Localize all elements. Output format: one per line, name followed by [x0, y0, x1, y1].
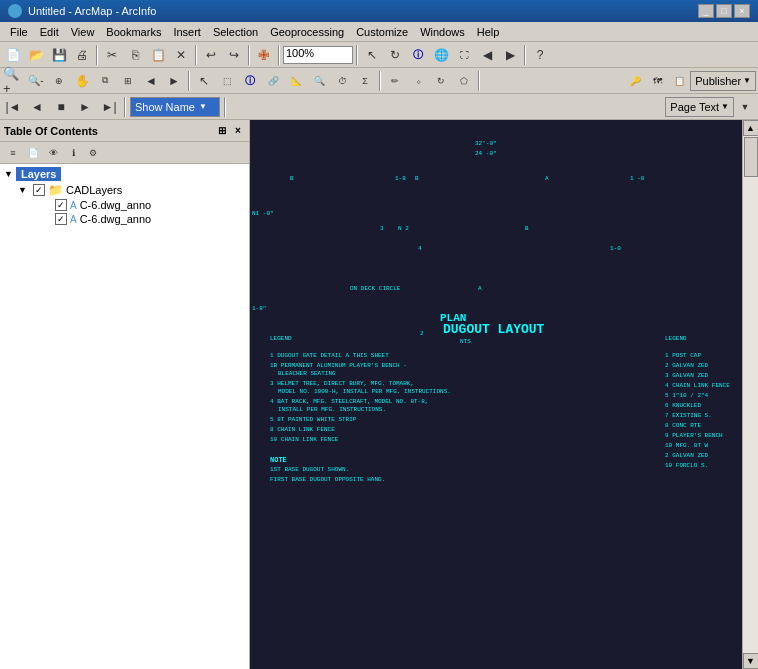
toc-layers-group[interactable]: ▼ Layers [2, 166, 247, 182]
layer-row-2[interactable]: ✓ A C-6.dwg_anno [30, 212, 247, 226]
layer2-checkbox[interactable]: ✓ [55, 213, 67, 225]
print-button[interactable]: 🖨 [71, 44, 93, 66]
paste-button[interactable]: 📋 [147, 44, 169, 66]
zoom-to-layer-button[interactable]: ⊞ [117, 70, 139, 92]
menu-geoprocessing[interactable]: Geoprocessing [264, 24, 350, 40]
go-forward-button[interactable]: ▶ [499, 44, 521, 66]
menu-view[interactable]: View [65, 24, 101, 40]
menu-selection[interactable]: Selection [207, 24, 264, 40]
scroll-thumb[interactable] [744, 137, 758, 177]
toc-visibility-button[interactable]: 👁 [44, 144, 62, 162]
publisher-icon1[interactable]: 🔑 [624, 70, 646, 92]
rotate-tool-button[interactable]: ↻ [430, 70, 452, 92]
menu-windows[interactable]: Windows [414, 24, 471, 40]
toc-title: Table Of Contents [4, 125, 98, 137]
menu-help[interactable]: Help [471, 24, 506, 40]
reshape-button[interactable]: ⬠ [453, 70, 475, 92]
full-extent-button[interactable]: ⧉ [94, 70, 116, 92]
time-button[interactable]: ⏱ [331, 70, 353, 92]
layer1-checkbox[interactable]: ✓ [55, 199, 67, 211]
prev-page-button[interactable]: ◄ [26, 96, 48, 118]
publisher-dropdown[interactable]: Publisher ▼ [690, 71, 756, 91]
cad-rlegend-7: 7 EXISTING S. [665, 412, 712, 419]
publisher-label: Publisher [695, 75, 741, 87]
toc-list-view-button[interactable]: ≡ [4, 144, 22, 162]
open-button[interactable]: 📂 [25, 44, 47, 66]
show-name-arrow: ▼ [199, 102, 207, 111]
publisher-icon3[interactable]: 📋 [668, 70, 690, 92]
redo-button[interactable]: ↪ [223, 44, 245, 66]
help-button[interactable]: ? [529, 44, 551, 66]
clear-select-button[interactable]: ⬚ [216, 70, 238, 92]
scroll-track[interactable] [743, 136, 759, 653]
next-extent-button[interactable]: ► [163, 70, 185, 92]
cadlayers-expand-icon[interactable]: ▼ [18, 185, 30, 195]
cut-button[interactable]: ✂ [101, 44, 123, 66]
cad-dim-2: 24 -0" [475, 150, 497, 157]
last-page-button[interactable]: ►| [98, 96, 120, 118]
prev-extent-button[interactable]: ◄ [140, 70, 162, 92]
menu-insert[interactable]: Insert [167, 24, 207, 40]
toc-options-button[interactable]: ⚙ [84, 144, 102, 162]
zoom-full-button[interactable]: ⛶ [453, 44, 475, 66]
cad-dim-1: 32'-0" [475, 140, 497, 147]
fixed-zoom-in-button[interactable]: ⊕ [48, 70, 70, 92]
show-name-dropdown[interactable]: Show Name ▼ [130, 97, 220, 117]
scroll-down-button[interactable]: ▼ [743, 653, 759, 669]
menu-bookmarks[interactable]: Bookmarks [100, 24, 167, 40]
cad-rlegend-5: 5 1"10 / 2"4 [665, 392, 708, 399]
copy-button[interactable]: ⎘ [124, 44, 146, 66]
sep9 [478, 71, 480, 91]
select-element-button[interactable]: ↖ [361, 44, 383, 66]
menu-edit[interactable]: Edit [34, 24, 65, 40]
zoom-value-input[interactable] [286, 47, 350, 59]
zoom-in-button[interactable]: 🔍+ [2, 70, 24, 92]
undo-button[interactable]: ↩ [200, 44, 222, 66]
menu-customize[interactable]: Customize [350, 24, 414, 40]
toc-cadlayers-group[interactable]: ▼ ✓ 📁 CADLayers [16, 182, 247, 198]
toc-header-icons: ⊞ × [215, 124, 245, 138]
info-button[interactable]: ⓘ [407, 44, 429, 66]
toc-float-button[interactable]: ⊞ [215, 124, 229, 138]
scroll-up-button[interactable]: ▲ [743, 120, 759, 136]
rotate-button[interactable]: ↻ [384, 44, 406, 66]
toc-close-button[interactable]: × [231, 124, 245, 138]
layers-expand-icon[interactable]: ▼ [4, 169, 16, 179]
app-icon [8, 4, 22, 18]
new-button[interactable]: 📄 [2, 44, 24, 66]
cadlayers-checkbox[interactable]: ✓ [33, 184, 45, 196]
go-back-button[interactable]: ◀ [476, 44, 498, 66]
identify-button[interactable]: ⓘ [239, 70, 261, 92]
publisher-icon2[interactable]: 🗺 [646, 70, 668, 92]
stop-button[interactable]: ■ [50, 96, 72, 118]
edit-button[interactable]: ✏ [384, 70, 406, 92]
hyperlink-button[interactable]: 🔗 [262, 70, 284, 92]
first-page-button[interactable]: |◄ [2, 96, 24, 118]
cad-legend-1: 1 DUGOUT GATE DETAIL A THIS SHEET [270, 352, 389, 359]
toc-source-button[interactable]: 📄 [24, 144, 42, 162]
pan-button[interactable]: ✋ [71, 70, 93, 92]
cad-note-2: FIRST BASE DUGOUT OPPOSITE HAND. [270, 476, 385, 483]
find-button[interactable]: 🔍 [308, 70, 330, 92]
zoom-input[interactable] [283, 46, 353, 64]
select-button[interactable]: ↖ [193, 70, 215, 92]
delete-button[interactable]: ✕ [170, 44, 192, 66]
menu-file[interactable]: File [4, 24, 34, 40]
measure-button[interactable]: 📐 [285, 70, 307, 92]
minimize-button[interactable]: _ [698, 4, 714, 18]
pagetext-scroll-down[interactable]: ▼ [734, 96, 756, 118]
close-button[interactable]: × [734, 4, 750, 18]
save-button[interactable]: 💾 [48, 44, 70, 66]
map-canvas[interactable]: 32'-0" 24 -0" B 1-8 B A 1 -0 N1 -0" 3 N … [250, 120, 742, 669]
pagetext-dropdown[interactable]: Page Text ▼ [665, 97, 734, 117]
toc-description-button[interactable]: ℹ [64, 144, 82, 162]
field-calc-button[interactable]: Σ [354, 70, 376, 92]
globe-button[interactable]: 🌐 [430, 44, 452, 66]
add-data-button[interactable]: ✙ [253, 44, 275, 66]
next-page-button[interactable]: ► [74, 96, 96, 118]
maximize-button[interactable]: □ [716, 4, 732, 18]
vertex-button[interactable]: ⬦ [407, 70, 429, 92]
separator4 [278, 45, 280, 65]
zoom-out-button[interactable]: 🔍- [25, 70, 47, 92]
layer-row-1[interactable]: ✓ A C-6.dwg_anno [30, 198, 247, 212]
